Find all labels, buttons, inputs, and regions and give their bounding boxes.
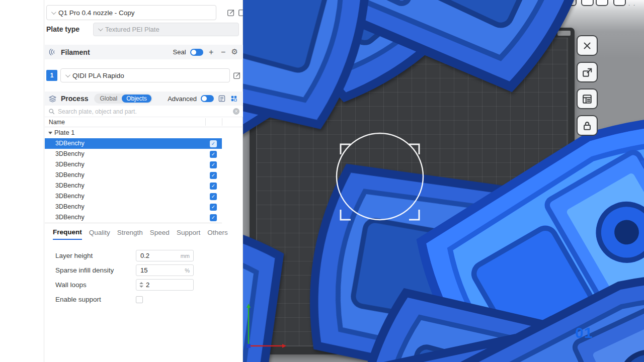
segment-global[interactable]: Global	[95, 95, 122, 103]
x-axis-arrow	[282, 344, 286, 348]
visibility-checkbox[interactable]	[210, 140, 217, 147]
param-list-icon[interactable]	[218, 95, 226, 103]
auto-orient-icon	[582, 67, 593, 78]
chevron-down-icon	[98, 26, 103, 31]
wall-loops-input[interactable]	[145, 280, 193, 290]
arrange-panel-button[interactable]	[577, 88, 598, 109]
plate-number-label[interactable]: 01	[575, 324, 593, 341]
param-sparse-infill: Sparse infill density %	[45, 264, 243, 276]
filament-section-title: Filament	[61, 48, 90, 56]
sparse-infill-unit: %	[185, 267, 190, 274]
z-axis-origin	[247, 344, 251, 348]
visibility-checkbox[interactable]	[210, 214, 217, 221]
filament-section-header: Filament Seal + − ⚙	[45, 45, 243, 59]
add-filament-button[interactable]: +	[207, 48, 215, 56]
qidi-studio-window: Q1 Pro 0.4 nozzle - Copy Plate type Text…	[0, 0, 644, 362]
search-bar: ×	[45, 106, 243, 117]
tab-quality[interactable]: Quality	[89, 229, 110, 239]
enable-support-checkbox[interactable]	[136, 296, 143, 303]
search-input[interactable]	[58, 108, 230, 115]
object-tree-list: 3DBenchy 3DBenchy 3DBenchy 3DBenchy 3DBe…	[45, 138, 222, 223]
remove-filament-button[interactable]: −	[219, 48, 227, 56]
filament-value: QIDI PLA Rapido	[72, 72, 124, 79]
tree-row-benchy[interactable]: 3DBenchy	[45, 202, 222, 212]
tree-row-benchy[interactable]: 3DBenchy	[45, 149, 222, 159]
tab-support[interactable]: Support	[177, 229, 200, 239]
lock-plate-button[interactable]	[577, 115, 598, 136]
layer-height-unit: mm	[181, 253, 190, 259]
tree-row-benchy[interactable]: 3DBenchy	[45, 191, 222, 202]
edit-preset-icon[interactable]	[226, 8, 236, 18]
close-icon	[582, 40, 593, 51]
plate-type-select[interactable]: Textured PEI Plate	[93, 23, 239, 36]
process-section-header: Process Global Objects Advanced	[45, 92, 243, 106]
viewport-3d[interactable]: . . ✎	[243, 0, 644, 362]
printer-preset-value: Q1 Pro 0.4 nozzle - Copy	[58, 9, 135, 17]
tab-speed[interactable]: Speed	[150, 229, 170, 239]
layout-list-icon	[582, 94, 593, 105]
visibility-checkbox[interactable]	[210, 151, 217, 158]
tab-others[interactable]: Others	[207, 229, 228, 239]
visibility-checkbox[interactable]	[210, 172, 217, 179]
auto-orient-button[interactable]	[577, 62, 598, 82]
visibility-checkbox[interactable]	[210, 183, 217, 190]
process-scope-segmented: Global Objects	[94, 94, 152, 104]
visibility-checkbox[interactable]	[210, 193, 217, 200]
tab-frequent[interactable]: Frequent	[53, 228, 82, 240]
param-layer-height: Layer height mm	[45, 250, 243, 261]
visibility-checkbox[interactable]	[210, 204, 217, 211]
tree-row-benchy[interactable]: 3DBenchy	[45, 159, 222, 170]
advanced-toggle[interactable]	[201, 95, 214, 102]
segment-objects[interactable]: Objects	[122, 95, 151, 103]
chevron-down-icon	[65, 72, 70, 77]
collapsed-side-rail	[0, 0, 44, 362]
chevron-down-icon	[51, 10, 56, 15]
tree-row-benchy[interactable]: 3DBenchy	[45, 212, 222, 223]
lock-icon	[582, 120, 593, 131]
param-wall-loops: Wall loops	[45, 279, 243, 291]
tree-header: Name	[45, 117, 243, 127]
tree-row-benchy[interactable]: 3DBenchy	[45, 170, 222, 180]
filament-settings-gear-icon[interactable]: ⚙	[231, 48, 238, 56]
settings-tabs: Frequent Quality Strength Speed Support …	[45, 226, 243, 242]
param-enable-support: Enable support	[45, 294, 243, 305]
tree-plate-row[interactable]: Plate 1	[45, 127, 222, 138]
expander-chevron-icon[interactable]	[48, 132, 52, 134]
process-section-title: Process	[61, 95, 88, 103]
tab-strength[interactable]: Strength	[117, 229, 143, 239]
spinner-down-icon[interactable]	[139, 286, 143, 288]
filament-spool-icon	[48, 48, 57, 56]
visibility-checkbox[interactable]	[210, 161, 217, 168]
tree-row-benchy[interactable]: 3DBenchy	[45, 138, 222, 149]
advanced-label: Advanced	[168, 95, 197, 103]
left-panel: Q1 Pro 0.4 nozzle - Copy Plate type Text…	[0, 0, 243, 362]
tree-header-name: Name	[49, 119, 65, 126]
edit-filament-icon[interactable]	[232, 70, 242, 80]
benchy-model[interactable]	[243, 209, 289, 362]
spinner-up-icon[interactable]	[139, 282, 143, 284]
frequent-params: Layer height mm Sparse infill density % …	[45, 250, 243, 308]
close-plate-button[interactable]	[577, 35, 598, 56]
filament-select[interactable]: QIDI PLA Rapido	[60, 68, 230, 82]
plate-type-label: Plate type	[46, 25, 79, 33]
printer-preset-select[interactable]: Q1 Pro 0.4 nozzle - Copy	[46, 5, 216, 20]
filament-slot-badge[interactable]: 1	[46, 70, 57, 81]
tree-row-benchy[interactable]: 3DBenchy	[45, 180, 222, 191]
seal-label: Seal	[173, 48, 186, 56]
objects-grid-icon[interactable]	[230, 95, 238, 103]
plate-row-label: Plate 1	[54, 129, 74, 136]
clear-search-icon[interactable]: ×	[233, 108, 239, 115]
search-icon	[48, 108, 55, 115]
seal-toggle[interactable]	[190, 49, 203, 56]
plate-type-value: Textured PEI Plate	[105, 26, 159, 33]
process-layers-icon	[48, 95, 57, 103]
